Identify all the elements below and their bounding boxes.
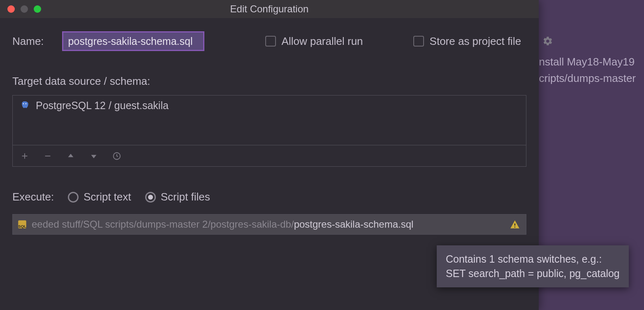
file-path-prefix: eeded stuff/SQL scripts/dumps-master 2/p… bbox=[32, 219, 294, 230]
minimize-window-button[interactable] bbox=[21, 5, 28, 13]
radio-script-text-label: Script text bbox=[83, 191, 131, 203]
sql-file-icon: SQL bbox=[17, 219, 28, 230]
checkbox-icon bbox=[413, 36, 424, 47]
svg-text:SQL: SQL bbox=[18, 224, 26, 228]
svg-point-0 bbox=[23, 103, 24, 104]
radio-script-files[interactable]: Script files bbox=[145, 191, 210, 203]
warning-icon bbox=[510, 219, 520, 230]
svg-rect-5 bbox=[514, 224, 515, 226]
tooltip-line-1: Contains 1 schema switches, e.g.: bbox=[446, 253, 602, 265]
allow-parallel-run-label: Allow parallel run bbox=[282, 35, 363, 48]
move-up-icon[interactable] bbox=[66, 152, 75, 161]
allow-parallel-run-checkbox[interactable]: Allow parallel run bbox=[265, 35, 363, 48]
radio-icon bbox=[68, 192, 79, 203]
radio-script-files-label: Script files bbox=[161, 191, 210, 203]
checkbox-icon bbox=[265, 36, 276, 47]
target-section-label: Target data source / schema: bbox=[12, 75, 526, 88]
target-item-label: PostgreSQL 12 / guest.sakila bbox=[36, 100, 169, 112]
name-label: Name: bbox=[12, 35, 44, 48]
background-editor-hints: nstall May18-May19 cripts/dumps-master bbox=[539, 54, 636, 87]
bg-hint-line: nstall May18-May19 bbox=[539, 54, 636, 70]
script-file-path: eeded stuff/SQL scripts/dumps-master 2/p… bbox=[32, 219, 505, 230]
postgresql-icon bbox=[19, 100, 30, 111]
svg-point-1 bbox=[25, 103, 26, 104]
script-files-list: SQL eeded stuff/SQL scripts/dumps-master… bbox=[12, 214, 526, 235]
svg-rect-6 bbox=[514, 226, 515, 227]
history-icon[interactable] bbox=[112, 152, 121, 161]
target-toolbar bbox=[13, 145, 526, 166]
titlebar: Edit Configuration bbox=[0, 0, 539, 18]
window-controls bbox=[7, 5, 41, 13]
move-down-icon[interactable] bbox=[89, 152, 98, 161]
close-window-button[interactable] bbox=[7, 5, 15, 13]
configuration-name-input[interactable] bbox=[62, 31, 204, 51]
store-as-project-file-label: Store as project file bbox=[430, 35, 521, 48]
remove-icon[interactable] bbox=[43, 152, 52, 161]
execute-label: Execute: bbox=[12, 191, 54, 203]
dialog-title: Edit Configuration bbox=[0, 3, 539, 15]
radio-icon bbox=[145, 192, 156, 203]
gear-icon[interactable] bbox=[542, 36, 553, 47]
target-data-source-item[interactable]: PostgreSQL 12 / guest.sakila bbox=[19, 100, 519, 112]
store-as-project-file-checkbox[interactable]: Store as project file bbox=[413, 35, 521, 48]
tooltip-line-2: SET search_path = public, pg_catalog bbox=[446, 268, 620, 279]
zoom-window-button[interactable] bbox=[34, 5, 41, 13]
script-file-row[interactable]: SQL eeded stuff/SQL scripts/dumps-master… bbox=[13, 214, 526, 234]
add-icon[interactable] bbox=[20, 152, 29, 161]
bg-hint-line: cripts/dumps-master bbox=[539, 70, 636, 86]
warning-tooltip: Contains 1 schema switches, e.g.: SET se… bbox=[437, 245, 629, 287]
file-name: postgres-sakila-schema.sql bbox=[294, 219, 414, 230]
radio-script-text[interactable]: Script text bbox=[68, 191, 131, 203]
target-data-source-box: PostgreSQL 12 / guest.sakila bbox=[12, 95, 526, 167]
